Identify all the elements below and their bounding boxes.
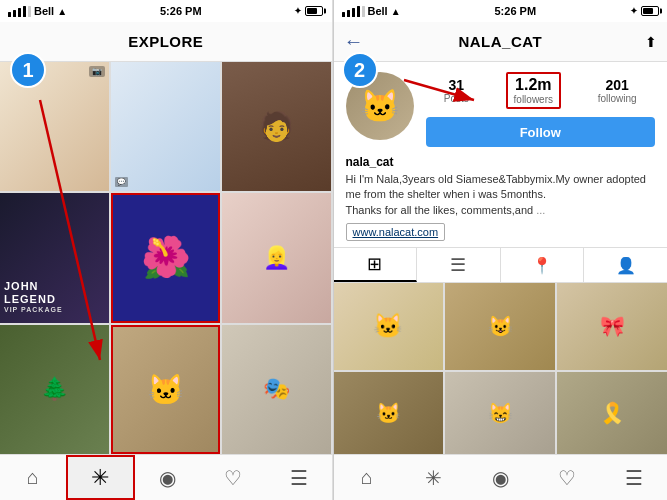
follow-button[interactable]: Follow xyxy=(426,117,656,147)
tab-list[interactable]: ☰ xyxy=(417,248,501,282)
tab-profile-left[interactable]: ☰ xyxy=(266,455,332,500)
left-time: 5:26 PM xyxy=(160,5,202,17)
right-tab-bar: ⌂ ✳ ◉ ♡ ☰ xyxy=(334,454,668,500)
followers-label: followers xyxy=(514,94,553,105)
tab-camera-right[interactable]: ◉ xyxy=(467,455,534,500)
left-carrier: Bell ▲ xyxy=(8,5,67,17)
tab-explore-left[interactable]: ✳ xyxy=(66,455,136,500)
profile-tabs: ⊞ ☰ 📍 👤 xyxy=(334,247,668,283)
profile-header: 🐱 31 Posts 1.2m followers 201 following … xyxy=(334,62,668,155)
bio-text: Hi I'm Nala,3years old Siamese&Tabbymix.… xyxy=(346,172,656,218)
right-time: 5:26 PM xyxy=(495,5,537,17)
heart-icon-left: ♡ xyxy=(224,466,242,490)
right-status-right: ✦ xyxy=(630,6,659,16)
tab-grid[interactable]: ⊞ xyxy=(334,248,418,282)
bio-link[interactable]: www.nalacat.com xyxy=(346,223,446,241)
followers-count: 1.2m xyxy=(515,76,551,94)
bio-username: nala_cat xyxy=(346,155,656,169)
location-tab-icon: 📍 xyxy=(532,256,552,275)
left-phone: Bell ▲ 5:26 PM ✦ EXPLORE 📷 💬 🧑 JOHN LEGE… xyxy=(0,0,333,500)
flower-icon: 🌺 xyxy=(113,195,218,320)
pg-item-6[interactable]: 🎗️ xyxy=(557,372,667,454)
left-signal xyxy=(8,6,31,17)
annotation-2: 2 xyxy=(342,52,378,88)
bio-section: nala_cat Hi I'm Nala,3years old Siamese&… xyxy=(334,155,668,247)
tab-notifications-left[interactable]: ♡ xyxy=(201,455,267,500)
right-nav-bar: ← NALA_CAT ⬆ xyxy=(334,22,668,62)
tab-notifications-right[interactable]: ♡ xyxy=(534,455,601,500)
grid-item-8[interactable]: 🌺 xyxy=(111,193,220,322)
left-wifi-icon: ▲ xyxy=(57,6,67,17)
grid-item-4[interactable]: JOHN LEGEND VIP PACKAGE xyxy=(0,193,109,322)
posts-label: Posts xyxy=(444,93,469,104)
following-count: 201 xyxy=(605,77,628,93)
back-button[interactable]: ← xyxy=(344,30,364,53)
tab-tagged[interactable]: 👤 xyxy=(584,248,667,282)
profile-icon-right: ☰ xyxy=(625,466,643,490)
grid-item-cat[interactable]: 🐱 xyxy=(111,325,220,454)
grid-item-3[interactable]: 🧑 xyxy=(222,62,331,191)
right-wifi-icon: ▲ xyxy=(391,6,401,17)
right-phone: Bell ▲ 5:26 PM ✦ ← NALA_CAT ⬆ 2 🐱 31 Pos… xyxy=(334,0,668,500)
cat-icon: 🐱 xyxy=(113,327,218,452)
grid-item-7[interactable]: 🌲 xyxy=(0,325,109,454)
explore-icon-left: ✳ xyxy=(91,465,109,491)
explore-grid: 📷 💬 🧑 JOHN LEGEND VIP PACKAGE 🌺 👱‍♀️ 🌲 🐱 xyxy=(0,62,332,454)
share-button[interactable]: ⬆ xyxy=(645,34,657,50)
left-nav-title: EXPLORE xyxy=(128,33,203,50)
grid-tab-icon: ⊞ xyxy=(367,253,382,275)
tab-profile-right[interactable]: ☰ xyxy=(600,455,667,500)
tab-camera-left[interactable]: ◉ xyxy=(135,455,201,500)
followers-stat: 1.2m followers xyxy=(506,72,561,109)
pg-item-3[interactable]: 🎀 xyxy=(557,283,667,369)
stats-area: 31 Posts 1.2m followers 201 following Fo… xyxy=(426,72,656,147)
right-nav-title: NALA_CAT xyxy=(458,33,542,50)
pg-item-4[interactable]: 🐱 xyxy=(334,372,444,454)
camera-icon-left: ◉ xyxy=(159,466,176,490)
pg-item-5[interactable]: 😸 xyxy=(445,372,555,454)
following-stat: 201 following xyxy=(598,77,637,104)
left-right-status: ✦ xyxy=(294,6,323,16)
camera-icon-right: ◉ xyxy=(492,466,509,490)
following-label: following xyxy=(598,93,637,104)
tab-home-right[interactable]: ⌂ xyxy=(334,455,401,500)
right-bluetooth-icon: ✦ xyxy=(630,6,638,16)
tagged-tab-icon: 👤 xyxy=(616,256,636,275)
left-status-bar: Bell ▲ 5:26 PM ✦ xyxy=(0,0,332,22)
right-status-bar: Bell ▲ 5:26 PM ✦ xyxy=(334,0,668,22)
heart-icon-right: ♡ xyxy=(558,466,576,490)
stats-row: 31 Posts 1.2m followers 201 following xyxy=(426,72,656,109)
tab-location[interactable]: 📍 xyxy=(501,248,585,282)
tab-explore-right[interactable]: ✳ xyxy=(400,455,467,500)
home-icon-left: ⌂ xyxy=(27,466,39,489)
john-legend-label: JOHN LEGEND VIP PACKAGE xyxy=(4,280,63,315)
left-bluetooth-icon: ✦ xyxy=(294,6,302,16)
grid-item-6[interactable]: 👱‍♀️ xyxy=(222,193,331,322)
grid-item-2[interactable]: 💬 xyxy=(111,62,220,191)
home-icon-right: ⌂ xyxy=(361,466,373,489)
right-battery-icon xyxy=(641,6,659,16)
right-carrier: Bell ▲ xyxy=(342,5,401,17)
grid-item-9[interactable]: 🎭 xyxy=(222,325,331,454)
right-carrier-name: Bell xyxy=(368,5,388,17)
profile-grid: 🐱 😺 🎀 🐱 😸 🎗️ xyxy=(334,283,668,454)
left-battery-icon xyxy=(305,6,323,16)
left-carrier-name: Bell xyxy=(34,5,54,17)
posts-stat: 31 Posts xyxy=(444,77,469,104)
pg-item-1[interactable]: 🐱 xyxy=(334,283,444,369)
left-nav-bar: EXPLORE xyxy=(0,22,332,62)
annotation-1: 1 xyxy=(10,52,46,88)
profile-icon-left: ☰ xyxy=(290,466,308,490)
left-tab-bar: ⌂ ✳ ◉ ♡ ☰ xyxy=(0,454,332,500)
pg-item-2[interactable]: 😺 xyxy=(445,283,555,369)
explore-icon-right: ✳ xyxy=(425,466,442,490)
posts-count: 31 xyxy=(449,77,465,93)
list-tab-icon: ☰ xyxy=(450,254,466,276)
tab-home-left[interactable]: ⌂ xyxy=(0,455,66,500)
